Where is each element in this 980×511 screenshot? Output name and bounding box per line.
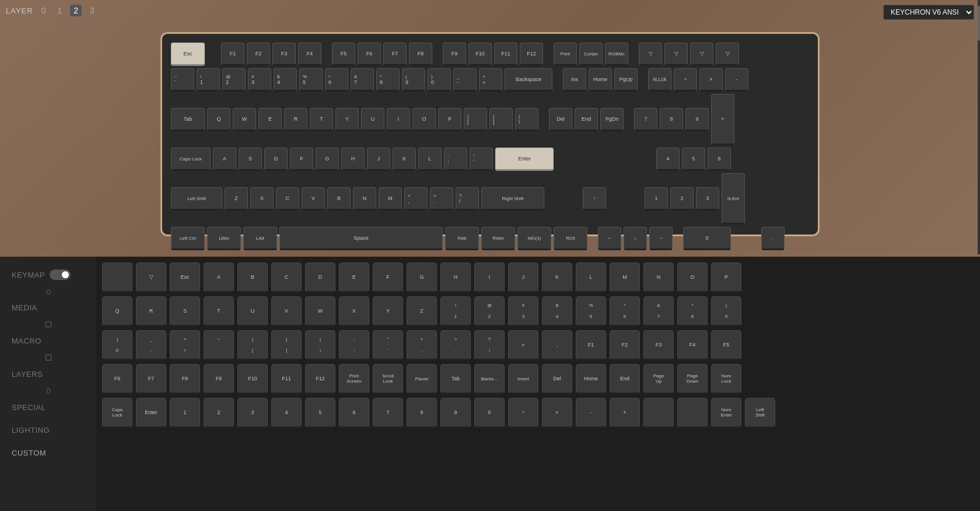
key-9[interactable]: (9 — [402, 68, 425, 92]
key-mo3[interactable]: MO(3) — [517, 227, 551, 250]
key-npdiv[interactable]: ÷ — [674, 68, 697, 92]
key-semicolon[interactable]: :; — [444, 148, 467, 171]
key-3[interactable]: #3 — [248, 68, 271, 92]
km-n1[interactable]: 1 — [170, 398, 200, 428]
key-rshift[interactable]: Right Shift — [481, 187, 544, 211]
key-lbracket[interactable]: {[ — [464, 108, 487, 131]
key-np8[interactable]: 8 — [660, 108, 683, 131]
km-colon[interactable]: :; — [339, 330, 369, 360]
key-quote[interactable]: "' — [470, 148, 493, 171]
km-lbrace[interactable]: {[ — [237, 330, 268, 360]
sidebar-item-layers[interactable]: LAYERS — [0, 363, 96, 386]
key-lshift[interactable]: Left Shift — [171, 187, 222, 211]
key-c[interactable]: C — [276, 187, 299, 211]
key-home[interactable]: Home — [589, 68, 612, 92]
key-f2[interactable]: F2 — [247, 43, 270, 66]
km-comma[interactable]: , — [542, 330, 572, 360]
layer-1-button[interactable]: 1 — [54, 5, 65, 16]
key-5[interactable]: %5 — [299, 68, 323, 92]
key-p[interactable]: P — [438, 108, 461, 131]
layer-3-button[interactable]: 3 — [86, 5, 98, 16]
key-z[interactable]: Z — [225, 187, 248, 211]
key-np3[interactable]: 3 — [696, 187, 719, 211]
key-f10[interactable]: F10 — [468, 43, 492, 66]
km-gthan[interactable]: >. — [440, 330, 471, 360]
km-capslock[interactable]: CapsLock — [102, 398, 132, 428]
km-del[interactable]: Del — [542, 364, 572, 394]
key-lalt[interactable]: LAlt — [243, 227, 277, 250]
km-p[interactable]: P — [711, 262, 741, 293]
km-n5[interactable]: 5 — [305, 398, 335, 428]
key-g[interactable]: G — [316, 148, 339, 171]
key-cortan[interactable]: Cortan — [579, 43, 603, 66]
km-empty2[interactable] — [677, 398, 708, 428]
km-rbrace[interactable]: }] — [271, 330, 302, 360]
key-f7[interactable]: F7 — [383, 43, 407, 66]
km-w[interactable]: W — [305, 296, 335, 327]
km-numlock[interactable]: NumLock — [711, 364, 741, 394]
layer-0-button[interactable]: 0 — [38, 5, 50, 16]
sidebar-item-special[interactable]: SPECIAL — [0, 396, 96, 419]
km-plus[interactable]: += — [170, 330, 200, 360]
key-backslash[interactable]: |\ — [515, 108, 538, 131]
km-end[interactable]: End — [610, 364, 640, 394]
key-v[interactable]: V — [302, 187, 325, 211]
key-t[interactable]: T — [310, 108, 333, 131]
sidebar-item-macro[interactable]: MACRO — [0, 330, 96, 352]
key-u[interactable]: U — [361, 108, 384, 131]
key-y[interactable]: Y — [335, 108, 359, 131]
km-lparen[interactable]: (9 — [711, 296, 741, 327]
key-right[interactable]: → — [649, 227, 673, 250]
key-a[interactable]: A — [213, 148, 236, 171]
km-z[interactable]: Z — [407, 296, 437, 327]
km-scrolllock[interactable]: ScrollLock — [373, 364, 403, 394]
km-pagedown[interactable]: PageDown — [677, 364, 708, 394]
key-down[interactable]: ↓ — [624, 227, 647, 250]
km-f5[interactable]: F5 — [711, 330, 741, 360]
sidebar-item-custom[interactable]: CUSTOM — [0, 442, 96, 464]
km-amp[interactable]: &7 — [643, 296, 674, 327]
km-f7[interactable]: F7 — [136, 364, 166, 394]
key-m[interactable]: M — [379, 187, 402, 211]
km-v[interactable]: V — [271, 296, 302, 327]
key-f3[interactable]: F3 — [272, 43, 296, 66]
key-slash[interactable]: ?/ — [456, 187, 479, 211]
key-npadd[interactable]: + — [711, 94, 734, 145]
key-f12[interactable]: F12 — [520, 43, 543, 66]
key-1[interactable]: !1 — [197, 68, 220, 92]
km-qmark[interactable]: ?/ — [474, 330, 505, 360]
km-lshift[interactable]: LeftShift — [745, 398, 775, 428]
key-f8[interactable]: F8 — [409, 43, 432, 66]
key-w[interactable]: W — [233, 108, 256, 131]
km-b[interactable]: B — [237, 262, 268, 293]
km-printscreen[interactable]: PrintScreen — [339, 364, 369, 394]
km-n6[interactable]: 6 — [339, 398, 369, 428]
key-h[interactable]: H — [341, 148, 365, 171]
km-k[interactable]: K — [542, 262, 572, 293]
key-lctrl[interactable]: Left Ctrl — [171, 227, 205, 250]
km-n9[interactable]: 9 — [440, 398, 471, 428]
key-minus[interactable]: _- — [453, 68, 477, 92]
model-dropdown[interactable]: KEYCHRON V6 ANSI — [883, 5, 974, 20]
key-f11[interactable]: F11 — [494, 43, 517, 66]
km-npadd2[interactable]: + — [610, 398, 640, 428]
km-t[interactable]: T — [204, 296, 234, 327]
km-backspace[interactable]: Backs... — [474, 364, 505, 394]
km-f11[interactable]: F11 — [271, 364, 302, 394]
km-f3[interactable]: F3 — [643, 330, 674, 360]
km-m[interactable]: M — [610, 262, 640, 293]
key-f4[interactable]: F4 — [298, 43, 321, 66]
key-tri2[interactable]: ▽ — [664, 43, 688, 66]
key-n[interactable]: N — [353, 187, 376, 211]
key-6[interactable]: ^6 — [325, 68, 348, 92]
key-npsub[interactable]: - — [725, 68, 748, 92]
km-f10[interactable]: F10 — [237, 364, 268, 394]
key-f9[interactable]: F9 — [443, 43, 466, 66]
key-o[interactable]: O — [412, 108, 436, 131]
key-tab[interactable]: Tab — [171, 108, 205, 131]
km-l[interactable]: L — [576, 262, 606, 293]
km-n4[interactable]: 4 — [271, 398, 302, 428]
km-dollar[interactable]: $4 — [542, 296, 572, 327]
km-h[interactable]: H — [440, 262, 471, 293]
km-pause[interactable]: Pause — [407, 364, 437, 394]
